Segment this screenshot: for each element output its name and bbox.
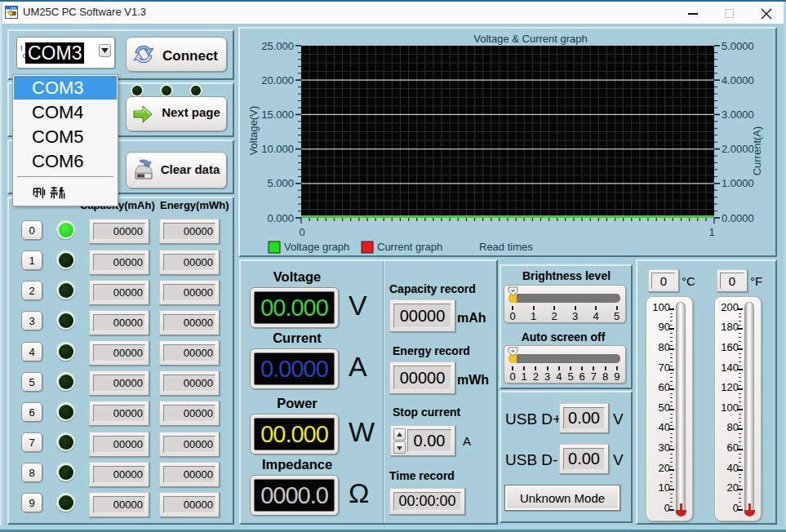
svg-text:Current(A): Current(A) bbox=[751, 126, 763, 176]
svg-text:Read times: Read times bbox=[479, 241, 533, 253]
svg-text:0.000: 0.000 bbox=[267, 212, 294, 224]
svg-text:1.0000: 1.0000 bbox=[722, 177, 754, 189]
svg-text:3.0000: 3.0000 bbox=[722, 109, 754, 121]
svg-text:0.0000: 0.0000 bbox=[722, 212, 754, 224]
svg-text:10.000: 10.000 bbox=[261, 143, 294, 155]
svg-text:2.0000: 2.0000 bbox=[722, 143, 754, 155]
svg-text:0: 0 bbox=[299, 226, 304, 238]
svg-text:20.000: 20.000 bbox=[261, 74, 294, 86]
svg-text:25.000: 25.000 bbox=[261, 40, 294, 52]
svg-text:15.000: 15.000 bbox=[261, 109, 294, 121]
svg-text:5.0000: 5.0000 bbox=[722, 40, 754, 52]
svg-text:1: 1 bbox=[708, 226, 714, 238]
svg-text:Voltage & Current graph: Voltage & Current graph bbox=[473, 33, 587, 45]
svg-text:Voltage graph: Voltage graph bbox=[284, 241, 349, 253]
svg-text:Voltage(V): Voltage(V) bbox=[247, 106, 260, 156]
svg-text:4.0000: 4.0000 bbox=[722, 74, 754, 86]
svg-text:5.000: 5.000 bbox=[267, 177, 294, 189]
svg-text:Current graph: Current graph bbox=[377, 241, 442, 253]
